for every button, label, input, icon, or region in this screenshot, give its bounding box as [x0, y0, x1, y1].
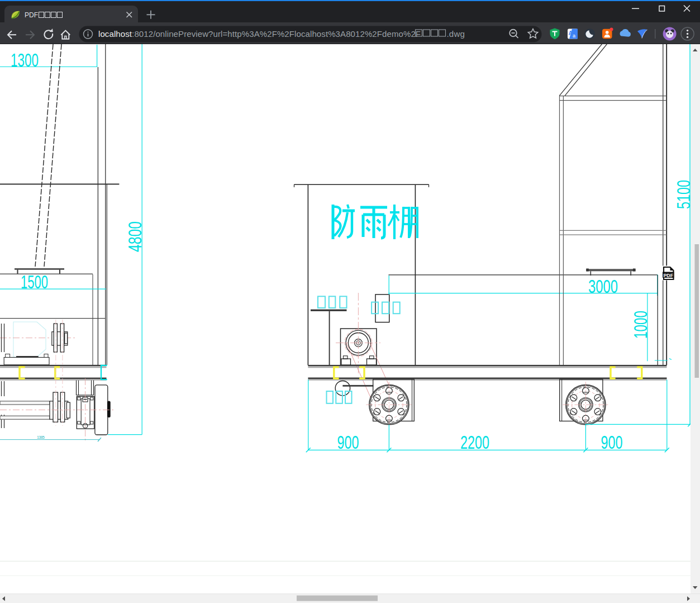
svg-text:A: A	[569, 30, 573, 36]
svg-text:1385: 1385	[37, 435, 45, 439]
svg-text:2200: 2200	[460, 432, 489, 453]
svg-text:3000: 3000	[588, 276, 618, 297]
svg-text:1300: 1300	[11, 50, 39, 70]
svg-text:900: 900	[337, 432, 359, 453]
svg-text:1000: 1000	[630, 311, 651, 339]
svg-text:.dwg: .dwg	[447, 29, 465, 39]
svg-text:1500: 1500	[21, 272, 48, 292]
svg-text:PDF: PDF	[664, 273, 674, 278]
svg-text:900: 900	[601, 432, 623, 453]
svg-text:localhost:8012/onlinePreview?u: localhost:8012/onlinePreview?url=http%3A…	[98, 29, 421, 39]
svg-text:4800: 4800	[125, 221, 145, 252]
svg-text:a: a	[573, 33, 575, 39]
